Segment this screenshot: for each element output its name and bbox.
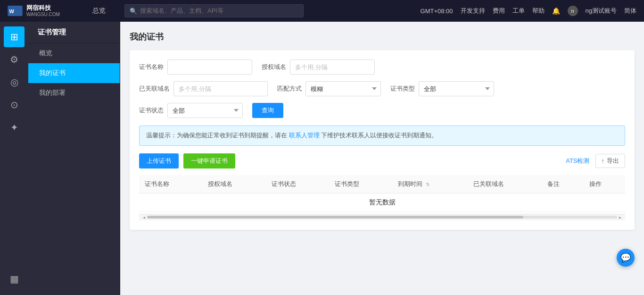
filter-cert-type: 证书类型 全部 DV OV EV xyxy=(390,81,494,96)
auth-domain-label: 授权域名 xyxy=(262,63,286,71)
cert-name-input[interactable] xyxy=(167,59,252,75)
col-auth-domain: 授权域名 xyxy=(202,175,265,194)
table-header: 证书名称 授权域名 证书状态 证书类型 到期时间 ⇅ 已关联域名 备注 操作 xyxy=(139,175,625,194)
match-type-label: 匹配方式 xyxy=(277,84,302,93)
action-right: ATS检测 ↑ 导出 xyxy=(566,154,625,168)
nodes-icon: ✦ xyxy=(10,122,18,133)
left-menu-item-my-deploy[interactable]: 我的部署 xyxy=(28,83,120,103)
table-empty-row: 暂无数据 xyxy=(139,193,625,211)
left-menu-title: 证书管理 xyxy=(28,22,120,43)
avatar[interactable]: n xyxy=(568,6,578,16)
top-navbar: W 网宿科技 WANGSU.COM 总览 🔍 搜索域名、产品、文档、API等 G… xyxy=(0,0,644,22)
col-cert-type: 证书类型 xyxy=(329,175,392,194)
cert-table: 证书名称 授权域名 证书状态 证书类型 到期时间 ⇅ 已关联域名 备注 操作 xyxy=(139,175,625,212)
cert-status-select[interactable]: 全部 正常 即将过期 已过期 xyxy=(167,103,243,118)
filter-form: 证书名称 授权域名 已关联域名 匹配方式 xyxy=(139,59,625,118)
search-bar[interactable]: 🔍 搜索域名、产品、文档、API等 xyxy=(124,4,304,17)
chat-icon: 💬 xyxy=(620,253,631,263)
monitor-icon: ◎ xyxy=(10,76,18,88)
grid-icon: ▦ xyxy=(10,273,19,285)
col-remark: 备注 xyxy=(542,175,583,194)
sidebar-item-nodes[interactable]: ✦ xyxy=(4,117,25,138)
search-placeholder: 搜索域名、产品、文档、API等 xyxy=(140,7,223,15)
col-action: 操作 xyxy=(584,175,625,194)
scroll-left-icon[interactable]: ◂ xyxy=(141,215,147,220)
nav-devsupport[interactable]: 开发支持 xyxy=(461,7,485,15)
logo-en: WANGSU.COM xyxy=(26,12,60,17)
export-label: 导出 xyxy=(607,157,619,165)
linked-domain-input[interactable] xyxy=(173,81,268,96)
action-row: 上传证书 一键申请证书 ATS检测 ↑ 导出 xyxy=(139,153,625,169)
scroll-right-icon[interactable]: ▸ xyxy=(617,215,623,220)
search-icon: 🔍 xyxy=(130,8,137,15)
filter-row-1: 证书名称 授权域名 xyxy=(139,59,625,75)
settings-icon: ⚙ xyxy=(10,54,18,65)
top-right: GMT+08:00 开发支持 费用 工单 帮助 🔔 n ng测试账号 简体 xyxy=(421,6,636,16)
alert-text-after: 下维护技术联系人以便接收证书到期通知。 xyxy=(321,132,438,139)
logo-icon: W xyxy=(8,6,23,16)
filter-linked-domain: 已关联域名 xyxy=(139,81,268,96)
filter-match-type: 匹配方式 模糊 精确 xyxy=(277,81,381,96)
alert-text-before: 温馨提示：为确保您能正常收到证书到期提醒，请在 xyxy=(146,132,287,139)
nav-billing[interactable]: 费用 xyxy=(493,7,505,15)
nav-overview[interactable]: 总览 xyxy=(92,7,106,15)
auth-domain-input[interactable] xyxy=(290,59,375,75)
sidebar-item-monitor[interactable]: ◎ xyxy=(4,72,25,93)
sidebar: ⊞ ⚙ ◎ ⊙ ✦ ▦ xyxy=(0,22,28,295)
cert-type-label: 证书类型 xyxy=(390,84,415,93)
timezone: GMT+08:00 xyxy=(421,8,453,15)
col-cert-name: 证书名称 xyxy=(139,175,202,194)
table-body: 暂无数据 xyxy=(139,193,625,211)
match-type-select[interactable]: 模糊 精确 xyxy=(305,81,381,96)
left-menu-item-overview[interactable]: 概览 xyxy=(28,43,120,63)
empty-text: 暂无数据 xyxy=(139,193,625,211)
cert-name-label: 证书名称 xyxy=(139,63,164,71)
upload-cert-button[interactable]: 上传证书 xyxy=(139,153,179,169)
main-layout: ⊞ ⚙ ◎ ⊙ ✦ ▦ 证书管理 概览 我的证书 我的部署 我的证书 xyxy=(0,22,644,295)
page-title: 我的证书 xyxy=(130,31,635,42)
dashboard-icon: ⊞ xyxy=(10,31,18,42)
logo: W 网宿科技 WANGSU.COM xyxy=(8,4,83,17)
language-switcher[interactable]: 简体 xyxy=(624,7,636,15)
scrollbar-thumb xyxy=(147,216,523,219)
sidebar-item-dashboard[interactable]: ⊞ xyxy=(4,26,25,47)
filter-row-3: 证书状态 全部 正常 即将过期 已过期 查询 xyxy=(139,103,625,118)
ssl-icon: ⊙ xyxy=(10,99,18,110)
export-icon: ↑ xyxy=(602,157,605,164)
filter-cert-status: 证书状态 全部 正常 即将过期 已过期 xyxy=(139,103,243,118)
content-card: 证书名称 授权域名 已关联域名 匹配方式 xyxy=(130,50,635,230)
cert-status-label: 证书状态 xyxy=(139,106,164,115)
sidebar-item-settings[interactable]: ⚙ xyxy=(4,49,25,70)
alert-info: 温馨提示：为确保您能正常收到证书到期提醒，请在 联系人管理 下维护技术联系人以便… xyxy=(139,126,625,146)
chat-button[interactable]: 💬 xyxy=(617,249,635,267)
linked-domain-label: 已关联域名 xyxy=(139,84,170,93)
logo-cn: 网宿科技 xyxy=(26,4,60,12)
notification-bell-icon[interactable]: 🔔 xyxy=(552,7,560,15)
sort-icon: ⇅ xyxy=(426,182,429,187)
query-button[interactable]: 查询 xyxy=(252,103,283,118)
svg-text:W: W xyxy=(9,8,14,14)
col-cert-status: 证书状态 xyxy=(266,175,329,194)
ats-check-link[interactable]: ATS检测 xyxy=(566,157,589,165)
nav-ticket[interactable]: 工单 xyxy=(512,7,525,15)
main-content: 我的证书 证书名称 授权域名 已关 xyxy=(120,22,644,295)
cert-type-select[interactable]: 全部 DV OV EV xyxy=(419,81,494,96)
filter-row-2: 已关联域名 匹配方式 模糊 精确 证书类型 全部 xyxy=(139,81,625,96)
filter-cert-name: 证书名称 xyxy=(139,59,252,75)
col-linked-domain: 已关联域名 xyxy=(468,175,542,194)
sidebar-item-grid[interactable]: ▦ xyxy=(4,269,25,289)
left-menu-item-my-certs[interactable]: 我的证书 xyxy=(28,63,120,83)
apply-cert-button[interactable]: 一键申请证书 xyxy=(183,153,235,169)
alert-link[interactable]: 联系人管理 xyxy=(289,132,320,139)
col-expiry-time[interactable]: 到期时间 ⇅ xyxy=(392,175,468,194)
sidebar-item-ssl[interactable]: ⊙ xyxy=(4,94,25,115)
nav-help[interactable]: 帮助 xyxy=(532,7,545,15)
table-wrapper: 证书名称 授权域名 证书状态 证书类型 到期时间 ⇅ 已关联域名 备注 操作 xyxy=(139,175,625,212)
filter-auth-domain: 授权域名 xyxy=(262,59,375,75)
export-button[interactable]: ↑ 导出 xyxy=(595,154,626,168)
username[interactable]: ng测试账号 xyxy=(586,7,617,15)
horizontal-scrollbar[interactable]: ◂ ▸ xyxy=(139,214,625,220)
left-menu: 证书管理 概览 我的证书 我的部署 xyxy=(28,22,120,295)
scrollbar-track xyxy=(147,216,617,219)
